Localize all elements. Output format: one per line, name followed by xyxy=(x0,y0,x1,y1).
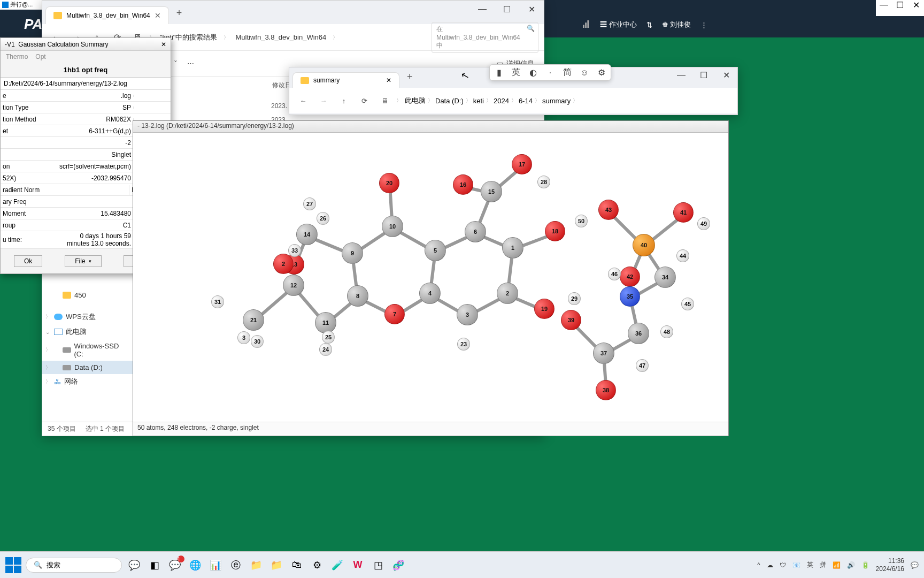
atom-c[interactable]: 3 xyxy=(457,304,478,325)
atom-c[interactable]: 1 xyxy=(502,237,523,258)
close-button[interactable]: ✕ xyxy=(715,67,737,82)
minimize-button[interactable]: — xyxy=(470,1,495,18)
atom-c[interactable]: 37 xyxy=(593,343,614,364)
maximize-button[interactable]: ☐ xyxy=(495,1,519,18)
taskbar-app[interactable]: 💬1 xyxy=(167,557,183,573)
sidebar-item-450[interactable]: 450 xyxy=(42,288,133,302)
atom-o[interactable]: 19 xyxy=(534,299,555,319)
atom-h[interactable]: 33 xyxy=(288,244,301,257)
tray-chevron-icon[interactable]: ^ xyxy=(757,561,760,569)
taskbar-app[interactable]: 📊 xyxy=(207,557,224,573)
tray-lang[interactable]: 拼 xyxy=(820,560,826,569)
notifications-icon[interactable]: 💬 xyxy=(911,561,919,569)
gaussview-icon[interactable]: 🧪 xyxy=(329,557,345,573)
tray-lang[interactable]: 英 xyxy=(807,560,813,569)
more-button[interactable]: ⋯ xyxy=(187,59,194,67)
atom-c[interactable]: 11 xyxy=(315,312,336,333)
explorer-tab[interactable]: summary ✕ xyxy=(292,72,399,88)
new-tab-button[interactable]: + xyxy=(399,66,420,88)
atom-o[interactable]: 42 xyxy=(620,267,640,287)
atom-h[interactable]: 48 xyxy=(660,325,673,338)
atom-c[interactable]: 34 xyxy=(654,267,676,288)
start-button[interactable] xyxy=(5,557,21,573)
store-icon[interactable]: 🛍 xyxy=(289,557,305,573)
close-icon[interactable]: ✕ xyxy=(161,41,166,48)
minimize-button[interactable]: — xyxy=(670,67,692,82)
breadcrumb[interactable]: "keti"中的搜索结果〉 Multiwfn_3.8_dev_bin_Win64… xyxy=(158,32,428,43)
explorer-tab[interactable]: Multiwfn_3.8_dev_bin_Win64 ✕ xyxy=(45,6,169,24)
sidebar-item-datad[interactable]: 〉Data (D:) xyxy=(42,361,133,374)
atom-o[interactable]: 38 xyxy=(596,380,616,400)
atom-c[interactable]: 8 xyxy=(347,285,368,307)
file-button[interactable]: File xyxy=(65,255,101,267)
sidebar-item-network[interactable]: 〉🖧网络 xyxy=(42,374,133,389)
sidebar-item-wps[interactable]: 〉WPS云盘 xyxy=(42,309,133,324)
atom-c[interactable]: 10 xyxy=(382,216,403,237)
atom-c[interactable]: 9 xyxy=(342,242,363,264)
multiwfn-icon[interactable]: 🧬 xyxy=(390,557,406,573)
atom-o[interactable]: 17 xyxy=(512,154,532,174)
atom-h[interactable]: 3 xyxy=(237,331,250,344)
atom-h[interactable]: 23 xyxy=(457,338,470,351)
atom-c[interactable]: 15 xyxy=(481,181,502,202)
sidebar-item-winssd[interactable]: 〉Windows-SSD (C: xyxy=(42,339,133,361)
ok-button[interactable]: Ok xyxy=(14,255,42,267)
atom-h[interactable]: 29 xyxy=(568,292,581,305)
ime-moon-icon[interactable]: ◐ xyxy=(527,67,539,78)
back-button[interactable]: ← xyxy=(295,92,312,109)
atom-o[interactable]: 20 xyxy=(379,173,399,193)
atom-h[interactable]: 45 xyxy=(681,298,694,310)
ime-lang[interactable]: 英 xyxy=(510,67,522,78)
atom-c[interactable]: 14 xyxy=(296,224,318,245)
new-tab-button[interactable]: + xyxy=(169,2,190,24)
atom-h[interactable]: 24 xyxy=(319,343,332,356)
volume-icon[interactable]: 🔊 xyxy=(847,561,855,569)
tray-icon[interactable]: ☁ xyxy=(767,561,773,569)
ime-punct[interactable]: · xyxy=(544,68,556,78)
tray-icon[interactable]: 📧 xyxy=(792,561,800,569)
maximize-button[interactable]: ☐ xyxy=(692,67,715,82)
atom-h[interactable]: 26 xyxy=(317,212,329,225)
tray-icon[interactable]: 🛡 xyxy=(780,561,786,569)
atom-c[interactable]: 5 xyxy=(425,240,446,261)
user-menu[interactable]: ♚ 刘佳俊 xyxy=(662,20,691,29)
breadcrumb[interactable]: 此电脑〉 Data (D:)〉 keti〉 2024〉 6-14〉 summar… xyxy=(405,96,578,105)
atom-o[interactable]: 39 xyxy=(561,310,581,330)
atom-h[interactable]: 50 xyxy=(575,215,588,227)
battery-icon[interactable]: 🔋 xyxy=(861,561,869,569)
atom-o[interactable]: 18 xyxy=(545,221,565,241)
wifi-icon[interactable]: 📶 xyxy=(833,561,841,569)
taskbar-app[interactable]: ◳ xyxy=(370,557,386,573)
more-icon[interactable]: ⋮ xyxy=(700,21,707,29)
system-tray[interactable]: ^ ☁ 🛡 📧 英 拼 📶 🔊 🔋 11:36 2024/6/16 💬 xyxy=(757,557,919,573)
atom-h[interactable]: 31 xyxy=(211,295,224,308)
atom-c[interactable]: 2 xyxy=(497,283,518,304)
atom-o[interactable]: 16 xyxy=(453,174,473,195)
forward-button[interactable]: → xyxy=(315,92,332,109)
tab-close-icon[interactable]: ✕ xyxy=(155,11,161,20)
tasks-link[interactable]: ☰ 作业中心 xyxy=(600,20,637,29)
sidebar-item-thispc[interactable]: ⌄此电脑 xyxy=(42,324,133,339)
edge-icon[interactable]: 🌐 xyxy=(187,557,203,573)
atom-c[interactable]: 21 xyxy=(243,309,264,331)
atom-c[interactable]: 4 xyxy=(419,283,441,304)
menu-thermo[interactable]: Thermo xyxy=(6,53,28,60)
atom-p[interactable]: 40 xyxy=(633,234,655,256)
explorer-icon[interactable]: 📁 xyxy=(248,557,264,573)
settings-icon[interactable]: ⚙ xyxy=(309,557,325,573)
ime-handle-icon[interactable]: ▮ xyxy=(493,67,505,78)
up-button[interactable]: ↑ xyxy=(335,92,352,109)
atom-h[interactable]: 28 xyxy=(537,176,550,188)
search-input[interactable]: 在 Multiwfn_3.8_dev_bin_Win64 中 🔍 xyxy=(432,22,538,53)
atom-o[interactable]: 41 xyxy=(673,202,694,223)
atom-c[interactable]: 6 xyxy=(465,221,486,242)
refresh-button[interactable]: ⟳ xyxy=(356,92,373,109)
close-button[interactable]: ✕ xyxy=(519,1,544,18)
atom-o[interactable]: 43 xyxy=(598,200,619,220)
atom-h[interactable]: 47 xyxy=(636,359,649,372)
ie-icon[interactable]: ⓔ xyxy=(228,557,244,573)
swap-icon[interactable]: ⇅ xyxy=(646,21,652,29)
taskbar-clock[interactable]: 11:36 2024/6/16 xyxy=(876,557,904,573)
pc-icon[interactable]: 🖥 xyxy=(376,92,393,109)
ime-emoji-icon[interactable]: ☺ xyxy=(579,68,590,78)
